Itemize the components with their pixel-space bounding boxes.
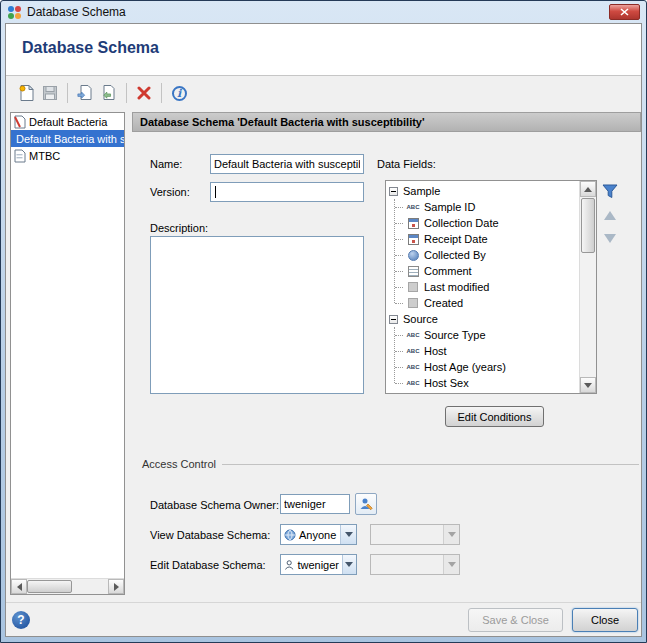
tree-item-label: Sample ID xyxy=(424,201,475,213)
tree-item[interactable]: Comment xyxy=(386,263,579,279)
collapse-icon[interactable] xyxy=(389,187,398,196)
page-title: Database Schema xyxy=(22,39,159,57)
version-label: Version: xyxy=(150,186,190,198)
tree-item-label: Collected By xyxy=(424,249,486,261)
edit-schema-secondary-combobox xyxy=(370,554,460,575)
access-control-title: Access Control xyxy=(142,458,216,470)
scrollbar-thumb[interactable] xyxy=(27,580,72,593)
scrollbar-thumb[interactable] xyxy=(581,198,595,253)
comment-field-icon xyxy=(406,265,420,277)
tree-item[interactable]: Last modified xyxy=(386,279,579,295)
move-down-button xyxy=(601,229,619,247)
tree-item[interactable]: ABC Sample ID xyxy=(386,199,579,215)
arrow-up-icon xyxy=(604,211,616,220)
schema-doc-icon xyxy=(13,115,26,129)
save-and-close-button: Save & Close xyxy=(468,608,563,632)
schema-list: Default Bacteria Default Bacteria with s… xyxy=(10,112,125,595)
schema-doc-icon xyxy=(13,149,26,163)
help-icon: ? xyxy=(17,613,24,627)
schema-list-items: Default Bacteria Default Bacteria with s… xyxy=(11,113,124,578)
tree-children: ABC Sample ID Collection Date Receipt Da… xyxy=(386,199,579,311)
toolbar-separator xyxy=(67,83,68,103)
scroll-right-button[interactable] xyxy=(108,579,124,594)
close-button[interactable]: Close xyxy=(572,608,638,632)
collapse-icon[interactable] xyxy=(389,315,398,324)
scroll-down-button[interactable] xyxy=(580,377,596,393)
edit-schema-combobox[interactable]: tweniger xyxy=(280,554,357,575)
edit-conditions-button[interactable]: Edit Conditions xyxy=(445,406,544,427)
import-schema-button[interactable] xyxy=(73,81,97,105)
export-schema-button[interactable] xyxy=(97,81,121,105)
tree-item[interactable]: Collection Date xyxy=(386,215,579,231)
section-header: Database Schema 'Default Bacteria with s… xyxy=(132,112,641,132)
data-fields-label: Data Fields: xyxy=(377,158,436,170)
date-field-icon xyxy=(406,233,420,245)
delete-schema-button[interactable] xyxy=(132,81,156,105)
edit-schema-label: Edit Database Schema: xyxy=(150,559,266,571)
description-textarea[interactable] xyxy=(150,236,364,394)
close-icon xyxy=(620,8,629,16)
owner-input[interactable] xyxy=(280,494,350,514)
tree-group-source[interactable]: Source xyxy=(386,311,579,327)
description-label: Description: xyxy=(150,222,208,234)
tree-item[interactable]: Collected By xyxy=(386,247,579,263)
tree-item[interactable]: ABC Host xyxy=(386,343,579,359)
tree-item-label: Source Type xyxy=(424,329,486,341)
date-field-icon xyxy=(406,217,420,229)
tree-children: ABC Source Type ABC Host ABC Host Age (y… xyxy=(386,327,579,391)
tree-group-sample[interactable]: Sample xyxy=(386,183,579,199)
new-schema-button[interactable] xyxy=(14,81,38,105)
select-owner-button[interactable] xyxy=(355,493,377,515)
view-schema-combobox[interactable]: Anyone xyxy=(280,524,357,545)
titlebar[interactable]: Database Schema xyxy=(1,1,646,23)
owner-label: Database Schema Owner: xyxy=(150,499,279,511)
tree-item[interactable]: ABC Host Age (years) xyxy=(386,359,579,375)
tree-item[interactable]: ABC Source Type xyxy=(386,327,579,343)
app-icon xyxy=(7,5,22,20)
view-schema-value: Anyone xyxy=(299,529,336,541)
schema-list-item[interactable]: Default Bacteria with susceptibility xyxy=(11,130,124,147)
tree-vertical-scrollbar[interactable] xyxy=(579,181,596,393)
save-schema-button xyxy=(38,81,62,105)
import-icon xyxy=(76,84,94,102)
scroll-left-button[interactable] xyxy=(11,579,27,594)
tree-group-label: Sample xyxy=(403,185,440,197)
select-user-icon xyxy=(359,497,373,511)
version-input[interactable] xyxy=(210,182,364,202)
schema-list-item[interactable]: Default Bacteria xyxy=(11,113,124,130)
view-schema-secondary-combobox xyxy=(370,524,460,545)
text-field-icon: ABC xyxy=(406,345,420,357)
arrow-down-icon xyxy=(604,234,616,243)
tree-item-label: Last modified xyxy=(424,281,489,293)
dropdown-arrow-icon[interactable] xyxy=(340,525,356,544)
tree-item-label: Collection Date xyxy=(424,217,499,229)
tree-item-label: Host Sex xyxy=(424,377,469,389)
text-field-icon: ABC xyxy=(406,329,420,341)
dropdown-arrow-icon[interactable] xyxy=(342,555,356,574)
database-schema-window: Database Schema Database Schema xyxy=(0,0,647,643)
tree-item[interactable]: ABC Host Sex xyxy=(386,375,579,391)
header-band: Database Schema xyxy=(6,24,641,76)
toolbar-separator xyxy=(161,83,162,103)
tree-item[interactable]: Receipt Date xyxy=(386,231,579,247)
schema-list-item-label: Default Bacteria with susceptibility xyxy=(16,133,124,145)
toolbar-separator xyxy=(126,83,127,103)
tree-item-label: Receipt Date xyxy=(424,233,488,245)
save-icon xyxy=(42,85,58,101)
close-window-button[interactable] xyxy=(609,4,640,20)
name-input[interactable] xyxy=(210,154,364,174)
user-icon xyxy=(284,559,294,571)
schema-list-horizontal-scrollbar[interactable] xyxy=(11,578,124,594)
schema-list-item[interactable]: MTBC xyxy=(11,147,124,164)
scroll-up-button[interactable] xyxy=(580,181,596,197)
info-button[interactable]: i xyxy=(167,81,191,105)
dropdown-arrow-icon xyxy=(443,555,459,574)
name-label: Name: xyxy=(150,158,182,170)
tree-group-label: Source xyxy=(403,313,438,325)
tree-item[interactable]: Created xyxy=(386,295,579,311)
edit-field-button[interactable] xyxy=(601,182,619,200)
help-button[interactable]: ? xyxy=(12,611,30,629)
text-field-icon: ABC xyxy=(406,361,420,373)
text-field-icon: ABC xyxy=(406,201,420,213)
section-divider xyxy=(222,464,639,465)
